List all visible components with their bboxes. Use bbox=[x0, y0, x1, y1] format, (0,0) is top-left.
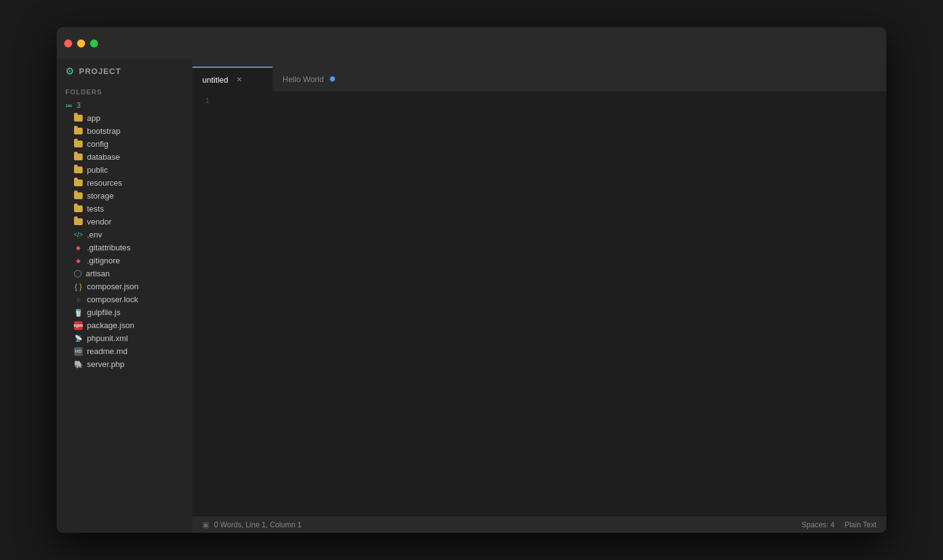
sidebar-item-vendor[interactable]: vendor bbox=[57, 215, 192, 228]
sidebar-item-app[interactable]: app bbox=[57, 112, 192, 125]
phpunit-file-icon: 📡 bbox=[74, 334, 83, 343]
tab-hello-world[interactable]: Hello World bbox=[273, 67, 353, 91]
sidebar-item-label: artisan bbox=[86, 269, 110, 278]
env-file-icon: </> bbox=[74, 231, 83, 239]
sidebar-item-label: gulpfile.js bbox=[87, 308, 120, 317]
sidebar-item-config[interactable]: config bbox=[57, 138, 192, 150]
lock-file-icon: ○ bbox=[74, 295, 83, 304]
folders-label: FOLDERS bbox=[57, 83, 192, 99]
sidebar-item-label: server.php bbox=[87, 360, 125, 369]
status-spaces: Spaces: 4 bbox=[802, 521, 834, 529]
status-file-icon: ▣ bbox=[202, 521, 209, 529]
status-word-count: 0 Words, Line 1, Column 1 bbox=[214, 521, 302, 529]
sidebar-item-label: .env bbox=[87, 230, 102, 239]
md-file-icon: MD bbox=[74, 347, 83, 356]
sidebar-item-composer-json[interactable]: { } composer.json bbox=[57, 280, 192, 293]
folder-icon bbox=[74, 205, 83, 212]
artisan-file-icon bbox=[74, 270, 81, 278]
sidebar-item-composer-lock[interactable]: ○ composer.lock bbox=[57, 293, 192, 306]
sidebar-item-label: public bbox=[87, 165, 108, 175]
sidebar: ⚙ PROJECT FOLDERS ≔ 3 app bootstrap conf… bbox=[57, 59, 192, 533]
sidebar-item-resources[interactable]: resources bbox=[57, 176, 192, 189]
sidebar-item-storage[interactable]: storage bbox=[57, 189, 192, 202]
folder-icon bbox=[74, 154, 83, 160]
php-file-icon: 🐘 bbox=[74, 360, 83, 369]
folder-icon bbox=[74, 179, 83, 186]
gear-icon: ⚙ bbox=[65, 65, 74, 77]
sidebar-item-env[interactable]: </> .env bbox=[57, 228, 192, 241]
sidebar-item-label: bootstrap bbox=[87, 126, 120, 136]
sidebar-item-label: readme.md bbox=[87, 347, 128, 356]
sidebar-item-label: resources bbox=[87, 178, 122, 187]
gulp-file-icon: 🥤 bbox=[74, 308, 83, 317]
sidebar-header: ⚙ PROJECT bbox=[57, 59, 192, 83]
sidebar-item-tests[interactable]: tests bbox=[57, 202, 192, 215]
status-language: Plain Text bbox=[844, 521, 876, 529]
minimize-button[interactable] bbox=[77, 39, 85, 47]
git-file-icon: ◆ bbox=[74, 244, 83, 252]
tab-untitled[interactable]: untitled ✕ bbox=[192, 67, 273, 91]
sidebar-item-label: .gitattributes bbox=[87, 243, 131, 252]
sidebar-item-server-php[interactable]: 🐘 server.php bbox=[57, 358, 192, 371]
folder-icon bbox=[74, 167, 83, 173]
sidebar-item-label: config bbox=[87, 139, 109, 149]
sidebar-item-database[interactable]: database bbox=[57, 150, 192, 163]
sidebar-item-bootstrap[interactable]: bootstrap bbox=[57, 125, 192, 138]
sidebar-item-gulpfile[interactable]: 🥤 gulpfile.js bbox=[57, 306, 192, 319]
traffic-lights bbox=[64, 39, 98, 47]
sidebar-item-public[interactable]: public bbox=[57, 163, 192, 176]
composer-file-icon: { } bbox=[74, 282, 83, 291]
folder-icon bbox=[74, 115, 83, 121]
sidebar-item-label: phpunit.xml bbox=[87, 334, 128, 343]
sidebar-item-artisan[interactable]: artisan bbox=[57, 267, 192, 280]
close-button[interactable] bbox=[64, 39, 72, 47]
maximize-button[interactable] bbox=[90, 39, 98, 47]
sidebar-item-readme[interactable]: MD readme.md bbox=[57, 345, 192, 358]
folder-icon bbox=[74, 141, 83, 147]
editor-content[interactable] bbox=[217, 91, 886, 516]
sidebar-item-label: vendor bbox=[87, 217, 112, 226]
sidebar-item-gitattributes[interactable]: ◆ .gitattributes bbox=[57, 241, 192, 254]
sidebar-item-label: storage bbox=[87, 191, 113, 200]
status-right: Spaces: 4 Plain Text bbox=[802, 521, 876, 529]
tab-label-untitled: untitled bbox=[202, 75, 228, 84]
folder-icon bbox=[74, 128, 83, 134]
folder-icon bbox=[74, 218, 83, 225]
content-area: untitled ✕ Hello World 1 ▣ 0 Wor bbox=[192, 59, 886, 533]
tab-close-untitled[interactable]: ✕ bbox=[234, 75, 244, 84]
main-layout: ⚙ PROJECT FOLDERS ≔ 3 app bootstrap conf… bbox=[57, 59, 886, 533]
git-file-icon: ◆ bbox=[74, 257, 83, 265]
sidebar-item-label: app bbox=[87, 113, 101, 123]
app-window: ⚙ PROJECT FOLDERS ≔ 3 app bootstrap conf… bbox=[57, 27, 886, 533]
line-number: 1 bbox=[192, 96, 210, 105]
editor[interactable]: 1 bbox=[192, 91, 886, 516]
tab-label-hello-world: Hello World bbox=[282, 75, 324, 84]
line-numbers: 1 bbox=[192, 91, 217, 516]
sidebar-item-label: package.json bbox=[87, 321, 134, 330]
status-left: ▣ 0 Words, Line 1, Column 1 bbox=[202, 521, 302, 529]
sidebar-item-label: .gitignore bbox=[87, 256, 120, 265]
npm-file-icon: npm bbox=[74, 321, 83, 330]
sidebar-item-phpunit[interactable]: 📡 phpunit.xml bbox=[57, 332, 192, 345]
status-bar: ▣ 0 Words, Line 1, Column 1 Spaces: 4 Pl… bbox=[192, 516, 886, 533]
folder-group-number: 3 bbox=[76, 101, 81, 110]
project-name: PROJECT bbox=[79, 67, 121, 76]
sidebar-item-gitignore[interactable]: ◆ .gitignore bbox=[57, 254, 192, 267]
sidebar-item-label: database bbox=[87, 152, 120, 162]
sidebar-item-label: composer.lock bbox=[87, 295, 138, 304]
list-icon: ≔ bbox=[65, 101, 73, 110]
sidebar-item-label: tests bbox=[87, 204, 104, 213]
sidebar-item-label: composer.json bbox=[87, 282, 139, 291]
titlebar bbox=[57, 27, 886, 59]
folder-group-toggle[interactable]: ≔ 3 bbox=[57, 99, 192, 112]
folder-icon bbox=[74, 192, 83, 199]
tab-modified-dot bbox=[330, 76, 335, 81]
tabs-bar: untitled ✕ Hello World bbox=[192, 59, 886, 91]
sidebar-item-package-json[interactable]: npm package.json bbox=[57, 319, 192, 332]
